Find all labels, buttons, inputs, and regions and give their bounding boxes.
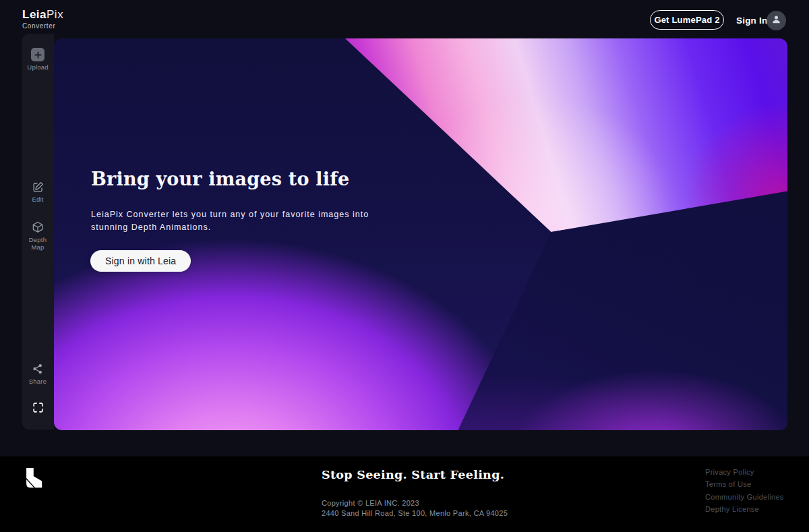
hero-description-line2: stunning Depth Animations. bbox=[91, 223, 211, 232]
hero-banner: Bring your images to life LeiaPix Conver… bbox=[54, 38, 787, 430]
sidebar-item-label: Edit bbox=[22, 196, 54, 204]
sign-in-link[interactable]: Sign In bbox=[736, 16, 767, 26]
sidebar-item-share[interactable]: Share bbox=[22, 361, 54, 386]
fullscreen-button[interactable] bbox=[22, 400, 54, 417]
link-depthy-license[interactable]: Depthy License bbox=[705, 503, 784, 515]
brand-light-text: Pix bbox=[47, 8, 63, 21]
tools-sidebar: Upload Edit Depth Map bbox=[22, 34, 54, 430]
footer-tagline: Stop Seeing. Start Feeling. bbox=[322, 468, 504, 481]
get-lumepad-button[interactable]: Get LumePad 2 bbox=[650, 10, 724, 30]
link-community-guidelines[interactable]: Community Guidelines bbox=[705, 491, 784, 503]
sidebar-item-edit[interactable]: Edit bbox=[22, 179, 54, 204]
hero-description-line1: LeiaPix Converter lets you turn any of y… bbox=[91, 210, 369, 219]
link-terms-of-use[interactable]: Terms of Use bbox=[705, 478, 784, 490]
sign-in-with-leia-button[interactable]: Sign in with Leia bbox=[90, 250, 191, 272]
top-bar: LeiaPix Converter Get LumePad 2 Sign In bbox=[0, 0, 809, 38]
footer-links: Privacy Policy Terms of Use Community Gu… bbox=[705, 466, 784, 516]
copyright-line1: Copyright © LEIA INC. 2023 bbox=[322, 499, 419, 507]
sidebar-item-depth-map[interactable]: Depth Map bbox=[22, 220, 54, 252]
edit-icon bbox=[22, 179, 54, 194]
user-avatar[interactable] bbox=[767, 11, 786, 30]
fullscreen-icon bbox=[22, 400, 54, 415]
brand-subtitle: Converter bbox=[22, 23, 63, 30]
copyright-line2: 2440 Sand Hill Road, Ste 100, Menlo Park… bbox=[322, 509, 508, 517]
sidebar-item-upload[interactable]: Upload bbox=[22, 47, 54, 71]
sidebar-item-label: Upload bbox=[22, 64, 54, 71]
link-privacy-policy[interactable]: Privacy Policy bbox=[705, 466, 784, 478]
app-logo[interactable]: LeiaPix Converter bbox=[22, 9, 63, 30]
share-icon bbox=[22, 361, 54, 376]
person-icon bbox=[771, 13, 782, 28]
hero-description: LeiaPix Converter lets you turn any of y… bbox=[91, 208, 369, 235]
leia-logo-icon bbox=[22, 467, 43, 492]
upload-plus-icon bbox=[22, 47, 54, 62]
depth-map-icon bbox=[22, 220, 54, 235]
sidebar-item-label: Share bbox=[22, 378, 54, 386]
footer-copyright: Copyright © LEIA INC. 2023 2440 Sand Hil… bbox=[322, 498, 508, 519]
app-logo-wordmark: LeiaPix bbox=[22, 9, 63, 20]
hero-title: Bring your images to life bbox=[91, 169, 349, 189]
sidebar-item-label: Depth Map bbox=[25, 237, 51, 252]
brand-bold-text: Leia bbox=[22, 8, 47, 21]
page-footer: Stop Seeing. Start Feeling. Copyright © … bbox=[0, 456, 809, 532]
